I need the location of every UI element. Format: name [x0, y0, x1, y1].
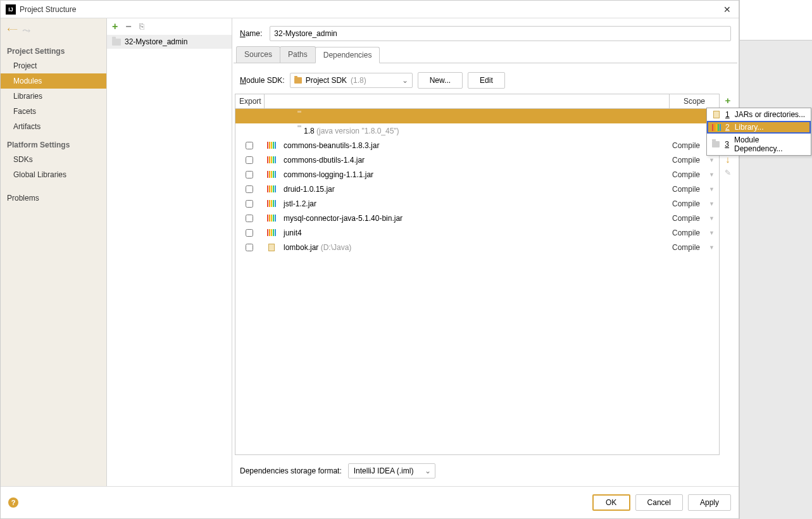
add-dependency-icon[interactable]: + — [725, 95, 731, 106]
chevron-down-icon: ⌄ — [425, 466, 431, 475]
popup-item-module-dependency[interactable]: 3Module Dependency... — [707, 134, 811, 155]
tab-dependencies[interactable]: Dependencies — [315, 47, 380, 63]
sidebar-item-modules[interactable]: Modules — [1, 73, 106, 89]
scope-value[interactable]: Compile — [659, 243, 703, 252]
popup-shortcut: 2 — [725, 123, 730, 132]
sidebar-item-sdks[interactable]: SDKs — [1, 152, 106, 167]
close-icon[interactable]: ✕ — [721, 4, 734, 15]
popup-shortcut: 1 — [725, 110, 730, 119]
ok-button[interactable]: OK — [592, 494, 630, 511]
table-row[interactable]: druid-1.0.15.jarCompile▼ — [235, 182, 719, 196]
section-project-settings: Project Settings — [1, 41, 106, 58]
table-row[interactable]: junit4Compile▼ — [235, 225, 719, 240]
module-icon — [712, 141, 720, 147]
library-icon — [267, 200, 276, 207]
section-platform-settings: Platform Settings — [1, 134, 106, 152]
export-checkbox[interactable] — [246, 156, 253, 164]
edit-sdk-button[interactable]: Edit — [468, 72, 505, 89]
sidebar-item-project[interactable]: Project — [1, 58, 106, 73]
table-row[interactable]: lombok.jar (D:\Java)Compile▼ — [235, 240, 719, 254]
chevron-down-icon: ▼ — [709, 230, 715, 236]
dependency-label: 1.8 (java version "1.8.0_45") — [304, 127, 653, 135]
chevron-down-icon: ▼ — [709, 157, 715, 163]
help-icon[interactable]: ? — [8, 497, 18, 508]
header-scope[interactable]: Scope — [670, 94, 719, 108]
export-checkbox[interactable] — [246, 244, 253, 251]
dependency-label: jstl-1.2.jar — [284, 199, 653, 208]
nav-arrows: ⬸ ⤳ — [1, 21, 106, 41]
copy-module-icon[interactable]: ⎘ — [139, 22, 144, 31]
module-name-input[interactable] — [270, 26, 731, 41]
module-list-pane: + − ⎘ 32-Mystore_admin — [107, 18, 232, 486]
scope-value[interactable]: Compile — [659, 185, 703, 194]
table-row[interactable]: commons-dbutils-1.4.jarCompile▼ — [235, 153, 719, 167]
library-icon — [267, 171, 276, 178]
scope-value[interactable]: Compile — [659, 228, 703, 237]
table-row[interactable]: mysql-connector-java-5.1.40-bin.jarCompi… — [235, 211, 719, 225]
dependency-label: druid-1.0.15.jar — [284, 185, 653, 194]
jar-icon — [268, 244, 275, 251]
popup-item-library[interactable]: 2Library... — [707, 121, 811, 134]
popup-label: Library... — [735, 123, 764, 132]
storage-format-select[interactable]: IntelliJ IDEA (.iml) ⌄ — [348, 463, 435, 478]
sidebar-item-libraries[interactable]: Libraries — [1, 89, 106, 104]
library-icon — [267, 156, 276, 163]
table-row[interactable] — [235, 109, 719, 123]
export-checkbox[interactable] — [246, 185, 253, 193]
module-item[interactable]: 32-Mystore_admin — [107, 35, 232, 49]
scope-value[interactable]: Compile — [659, 141, 703, 150]
background-strip — [739, 0, 812, 519]
edit-dependency-icon[interactable]: ✎ — [725, 168, 731, 177]
chevron-down-icon: ▼ — [709, 186, 715, 192]
apply-button[interactable]: Apply — [688, 494, 731, 511]
sdk-select[interactable]: Project SDK (1.8) ⌄ — [290, 73, 413, 88]
chevron-down-icon: ▼ — [709, 215, 715, 222]
export-checkbox[interactable] — [246, 200, 253, 208]
export-checkbox[interactable] — [246, 229, 253, 237]
header-export[interactable]: Export — [235, 94, 265, 108]
module-toolbar: + − ⎘ — [107, 18, 232, 35]
table-row[interactable]: commons-beanutils-1.8.3.jarCompile▼ — [235, 138, 719, 153]
chevron-down-icon: ▼ — [709, 201, 715, 207]
chevron-down-icon: ▼ — [709, 244, 715, 251]
table-row[interactable]: commons-logging-1.1.1.jarCompile▼ — [235, 167, 719, 182]
add-module-icon[interactable]: + — [112, 21, 118, 32]
name-label: Name: — [240, 29, 262, 38]
scope-value[interactable]: Compile — [659, 170, 703, 179]
table-row[interactable]: 1.8 (java version "1.8.0_45") — [235, 123, 719, 138]
scope-value[interactable]: Compile — [659, 214, 703, 223]
module-item-label: 32-Mystore_admin — [125, 37, 187, 46]
new-sdk-button[interactable]: New... — [418, 72, 463, 89]
storage-value: IntelliJ IDEA (.iml) — [354, 466, 414, 475]
export-checkbox[interactable] — [246, 215, 253, 222]
scope-value[interactable]: Compile — [659, 199, 703, 208]
dependency-label: lombok.jar (D:\Java) — [284, 243, 653, 252]
header-name — [265, 94, 670, 108]
sidebar-item-problems[interactable]: Problems — [1, 182, 106, 205]
back-icon[interactable]: ⬸ — [7, 25, 17, 37]
storage-label: Dependencies storage format: — [240, 466, 342, 475]
tabs: SourcesPathsDependencies — [234, 46, 737, 63]
folder-icon — [294, 77, 302, 84]
sidebar-item-facets[interactable]: Facets — [1, 104, 106, 119]
library-icon — [712, 124, 721, 131]
chevron-down-icon: ⌄ — [402, 76, 408, 85]
export-checkbox[interactable] — [246, 142, 253, 149]
dependency-label: junit4 — [284, 228, 653, 237]
cancel-button[interactable]: Cancel — [635, 494, 683, 511]
dialog-footer: ? OK Cancel Apply — [1, 486, 739, 518]
tab-sources[interactable]: Sources — [236, 46, 280, 63]
sidebar-item-artifacts[interactable]: Artifacts — [1, 119, 106, 134]
popup-item-jars-or-directories[interactable]: 1JARs or directories... — [707, 108, 811, 121]
sdk-label: Module SDK: — [240, 76, 285, 85]
scope-value[interactable]: Compile — [659, 156, 703, 165]
export-checkbox[interactable] — [246, 171, 253, 178]
library-icon — [267, 142, 276, 149]
table-header: Export Scope — [235, 94, 719, 109]
remove-module-icon[interactable]: − — [125, 21, 131, 32]
tab-paths[interactable]: Paths — [280, 46, 316, 63]
sidebar-item-global-libraries[interactable]: Global Libraries — [1, 167, 106, 182]
sdk-value: Project SDK — [306, 76, 347, 85]
table-row[interactable]: jstl-1.2.jarCompile▼ — [235, 196, 719, 211]
folder-icon — [112, 39, 121, 46]
